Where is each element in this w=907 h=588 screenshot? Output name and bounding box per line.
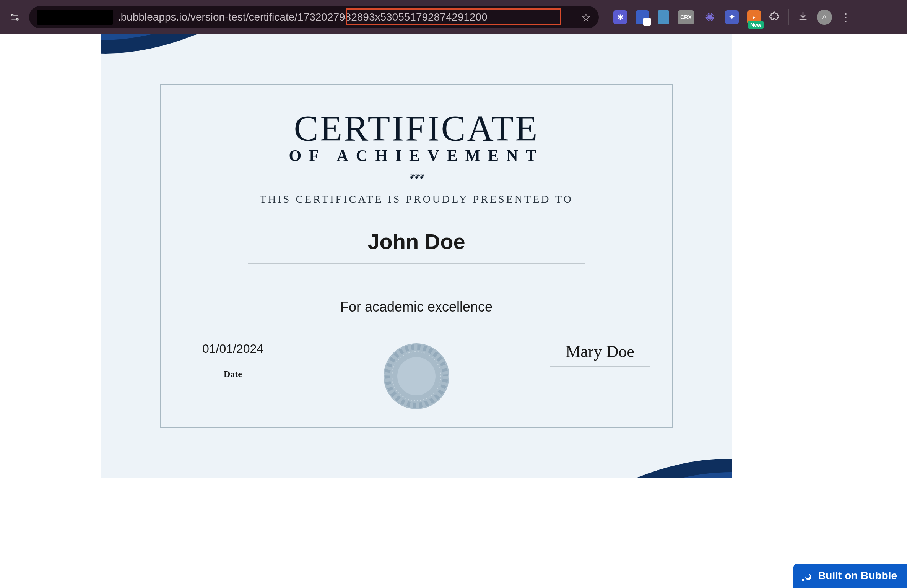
certificate-document: CERTIFICATE OF ACHIEVEMENT ❦❦❦ THIS CERT… <box>101 34 732 478</box>
built-on-bubble-badge[interactable]: Built on Bubble <box>793 564 907 588</box>
avatar-letter: A <box>822 13 827 21</box>
browser-toolbar: .bubbleapps.io/version-test/certificate/… <box>0 0 907 34</box>
bubble-logo-icon <box>801 570 813 582</box>
signature-name: Mary Doe <box>550 342 650 361</box>
signature-line <box>550 366 650 367</box>
extension-icons-row: ✱ CRX ✺ ✦ ▸ New A ⋮ <box>613 9 851 25</box>
url-bar[interactable]: .bubbleapps.io/version-test/certificate/… <box>29 6 599 28</box>
certificate-subtitle: OF ACHIEVEMENT <box>160 146 673 165</box>
certificate-title: CERTIFICATE <box>160 107 673 149</box>
svg-point-0 <box>11 14 13 16</box>
page-content: CERTIFICATE OF ACHIEVEMENT ❦❦❦ THIS CERT… <box>0 34 907 588</box>
downloads-icon[interactable] <box>798 11 808 24</box>
url-obscured-section <box>37 10 113 25</box>
recipient-name: John Doe <box>160 229 673 254</box>
ornament-divider: ❦❦❦ <box>371 174 462 180</box>
date-block: 01/01/2024 Date <box>183 342 283 379</box>
svg-point-9 <box>397 357 436 395</box>
profile-avatar[interactable]: A <box>817 10 832 25</box>
certificate-seal-icon <box>382 342 451 411</box>
date-line <box>183 361 283 361</box>
presented-to-text: THIS CERTIFICATE IS PROUDLY PRESENTED TO <box>160 193 673 205</box>
new-badge: New <box>748 21 764 29</box>
url-highlight-annotation <box>346 8 561 25</box>
certificate-bottom-row: 01/01/2024 Date <box>160 342 673 411</box>
extension-asterisk-icon[interactable]: ✱ <box>613 10 627 24</box>
date-value: 01/01/2024 <box>183 342 283 356</box>
certificate-content: CERTIFICATE OF ACHIEVEMENT ❦❦❦ THIS CERT… <box>160 84 673 411</box>
name-underline <box>248 263 585 264</box>
svg-point-10 <box>802 579 804 581</box>
extension-orange-icon[interactable]: ▸ New <box>747 10 761 24</box>
signature-block: Mary Doe <box>550 342 650 367</box>
extension-clipboard-icon[interactable] <box>636 10 649 24</box>
bubble-badge-label: Built on Bubble <box>818 570 897 582</box>
extension-crx-icon[interactable]: CRX <box>678 10 694 24</box>
extension-puzzle-icon[interactable]: ✦ <box>725 10 739 24</box>
date-label: Date <box>183 369 283 379</box>
extension-gear-icon[interactable]: ✺ <box>703 10 717 24</box>
toolbar-divider <box>788 9 789 25</box>
extensions-menu-icon[interactable] <box>769 11 780 24</box>
svg-point-2 <box>16 18 18 20</box>
certificate-reason: For academic excellence <box>160 299 673 315</box>
bookmark-star-icon[interactable]: ☆ <box>581 11 591 24</box>
browser-menu-icon[interactable]: ⋮ <box>840 11 851 24</box>
extension-panel-icon[interactable] <box>658 10 669 24</box>
site-controls-icon[interactable] <box>8 10 22 24</box>
